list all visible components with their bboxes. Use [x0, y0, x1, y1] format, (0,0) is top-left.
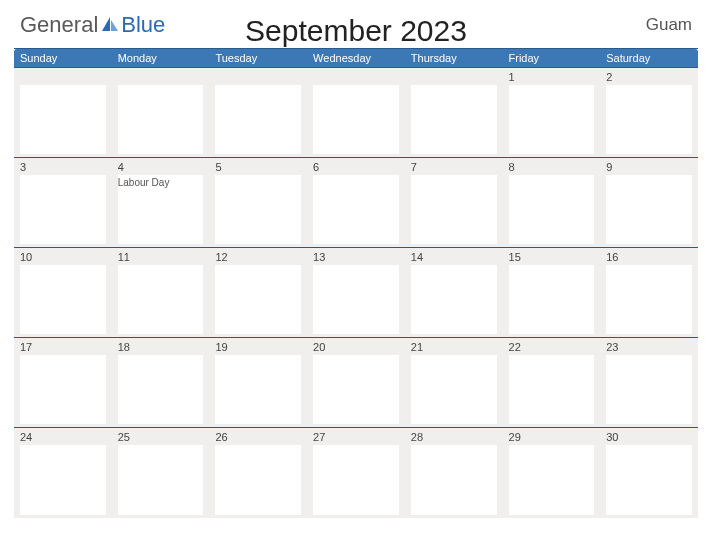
calendar-cell: 20	[307, 338, 405, 428]
day-event: Labour Day	[118, 175, 204, 244]
calendar-cell: .	[405, 68, 503, 158]
day-event	[509, 175, 595, 244]
day-event	[606, 445, 692, 515]
day-number: 6	[313, 160, 399, 175]
day-header: Friday	[503, 49, 601, 68]
day-number: 12	[215, 250, 301, 265]
calendar-cell: 17	[14, 338, 112, 428]
calendar-cell: 5	[209, 158, 307, 248]
calendar-cell: 12	[209, 248, 307, 338]
calendar-cell: .	[209, 68, 307, 158]
day-number: 25	[118, 430, 204, 445]
day-number: 4	[118, 160, 204, 175]
day-number: 19	[215, 340, 301, 355]
calendar-cell: 30	[600, 428, 698, 518]
calendar-week: .....12	[14, 68, 698, 158]
day-event	[411, 355, 497, 424]
calendar-cell: 24	[14, 428, 112, 518]
day-number: 20	[313, 340, 399, 355]
calendar-cell: 22	[503, 338, 601, 428]
calendar-cell: 14	[405, 248, 503, 338]
day-number: 14	[411, 250, 497, 265]
day-event	[215, 175, 301, 244]
day-event	[313, 85, 399, 154]
day-event	[215, 445, 301, 515]
day-event	[215, 85, 301, 154]
calendar-week: 10111213141516	[14, 248, 698, 338]
day-number: 17	[20, 340, 106, 355]
day-event	[313, 355, 399, 424]
calendar-week: 17181920212223	[14, 338, 698, 428]
day-event	[606, 355, 692, 424]
day-number: 21	[411, 340, 497, 355]
calendar-cell: 23	[600, 338, 698, 428]
brand-logo: General Blue	[20, 12, 165, 38]
day-number: 27	[313, 430, 399, 445]
calendar-cell: 29	[503, 428, 601, 518]
calendar-cell: 25	[112, 428, 210, 518]
day-event	[20, 175, 106, 244]
day-number: 2	[606, 70, 692, 85]
calendar-cell: 11	[112, 248, 210, 338]
calendar-week: 34Labour Day56789	[14, 158, 698, 248]
day-header: Monday	[112, 49, 210, 68]
day-number: 8	[509, 160, 595, 175]
day-header: Thursday	[405, 49, 503, 68]
day-number: 22	[509, 340, 595, 355]
sail-icon	[101, 16, 119, 32]
day-event	[509, 265, 595, 334]
day-number: 26	[215, 430, 301, 445]
day-event	[606, 265, 692, 334]
calendar-cell: 27	[307, 428, 405, 518]
day-event	[118, 445, 204, 515]
day-number: 15	[509, 250, 595, 265]
day-event	[509, 445, 595, 515]
day-number: 5	[215, 160, 301, 175]
day-number: 29	[509, 430, 595, 445]
day-number: 7	[411, 160, 497, 175]
day-number: 10	[20, 250, 106, 265]
day-event	[20, 265, 106, 334]
day-number: 9	[606, 160, 692, 175]
day-header: Saturday	[600, 49, 698, 68]
day-number: 30	[606, 430, 692, 445]
calendar-cell: .	[112, 68, 210, 158]
day-header: Wednesday	[307, 49, 405, 68]
calendar-cell: 2	[600, 68, 698, 158]
calendar-cell: 9	[600, 158, 698, 248]
day-number: 13	[313, 250, 399, 265]
calendar-cell: 18	[112, 338, 210, 428]
calendar-cell: 16	[600, 248, 698, 338]
day-number: 18	[118, 340, 204, 355]
day-event	[20, 445, 106, 515]
day-event	[215, 265, 301, 334]
day-event	[411, 445, 497, 515]
day-event	[411, 175, 497, 244]
calendar-cell: 10	[14, 248, 112, 338]
day-number: 11	[118, 250, 204, 265]
day-number: 3	[20, 160, 106, 175]
day-header-row: Sunday Monday Tuesday Wednesday Thursday…	[14, 49, 698, 68]
day-header: Tuesday	[209, 49, 307, 68]
calendar-cell: 1	[503, 68, 601, 158]
day-event	[411, 265, 497, 334]
calendar-cell: 8	[503, 158, 601, 248]
calendar-week: 24252627282930	[14, 428, 698, 518]
day-event	[20, 355, 106, 424]
day-event	[118, 85, 204, 154]
calendar-cell: 6	[307, 158, 405, 248]
day-event	[118, 355, 204, 424]
calendar-cell: 26	[209, 428, 307, 518]
day-header: Sunday	[14, 49, 112, 68]
day-event	[215, 355, 301, 424]
day-event	[313, 445, 399, 515]
day-event	[313, 265, 399, 334]
logo-text-blue: Blue	[121, 12, 165, 38]
calendar-cell: .	[307, 68, 405, 158]
calendar-cell: .	[14, 68, 112, 158]
day-event	[118, 265, 204, 334]
calendar-body: .....1234Labour Day567891011121314151617…	[14, 68, 698, 518]
calendar-title: September 2023	[245, 14, 467, 48]
calendar-cell: 28	[405, 428, 503, 518]
day-event	[20, 85, 106, 154]
